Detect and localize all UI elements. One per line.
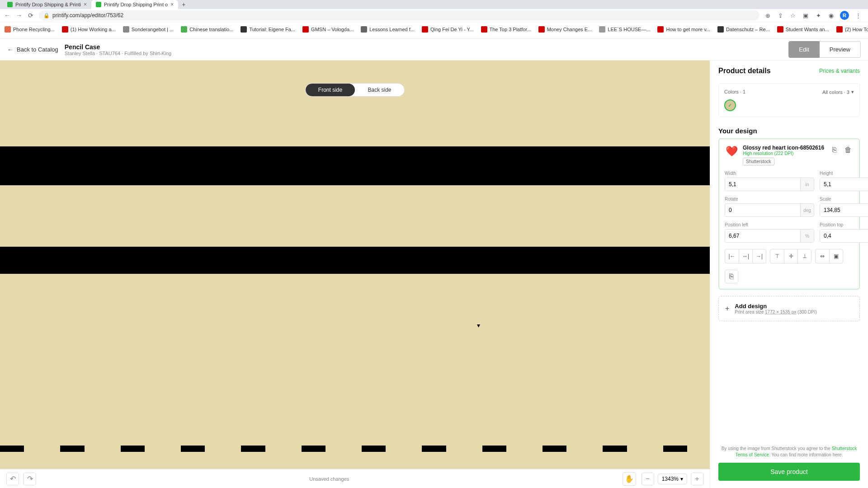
color-swatch[interactable]: ✓ xyxy=(724,99,736,111)
bookmark-bar: Phone Recycling...(1) How Working a...So… xyxy=(0,22,868,36)
preview-tab[interactable]: Preview xyxy=(820,41,861,58)
share-icon[interactable]: ⇪ xyxy=(777,12,784,19)
profile-avatar[interactable]: R xyxy=(840,11,849,20)
zoom-value: 1343% xyxy=(662,476,679,482)
scale-input[interactable] xyxy=(820,204,868,216)
back-side-tab[interactable]: Back side xyxy=(355,84,404,96)
puzzle-icon[interactable]: ✦ xyxy=(815,12,822,19)
front-side-tab[interactable]: Front side xyxy=(306,84,355,96)
align-center-h-icon[interactable]: ↔| xyxy=(739,249,752,263)
bookmark-item[interactable]: (2) How To Add A... xyxy=(836,26,868,33)
back-to-catalog-link[interactable]: ← Back to Catalog xyxy=(7,46,58,53)
url-text: printify.com/app/editor/753/62 xyxy=(52,12,123,19)
align-center-v-icon[interactable]: ✛ xyxy=(784,249,797,263)
forward-icon[interactable]: → xyxy=(15,12,23,19)
bookmark-item[interactable]: How to get more v... xyxy=(657,26,710,33)
terms-text: By using the image from Shutterstock you… xyxy=(718,446,860,458)
stripe-decoration xyxy=(0,247,710,274)
bookmark-label: GMSN – Vologda... xyxy=(311,27,354,32)
undo-button[interactable]: ↶ xyxy=(6,473,19,485)
favicon-icon xyxy=(96,2,101,7)
copy-icon[interactable]: ⎘ xyxy=(829,145,840,155)
zoom-out-button[interactable]: − xyxy=(642,473,654,485)
favicon-icon xyxy=(599,26,605,33)
extension-icon[interactable]: ◉ xyxy=(827,12,835,19)
product-subtitle: Stanley Stella · STAU764 · Fulfilled by … xyxy=(65,51,171,56)
favicon-icon xyxy=(123,26,129,33)
bookmark-item[interactable]: Lessons Learned f... xyxy=(361,26,415,33)
canvas-stage[interactable]: ▾ xyxy=(0,61,710,469)
favicon-icon xyxy=(302,26,309,33)
close-icon[interactable]: × xyxy=(84,1,87,8)
bookmark-label: Datenschutz – Re... xyxy=(726,27,770,32)
align-left-icon[interactable]: |← xyxy=(725,249,739,263)
all-colors-dropdown[interactable]: All colors · 3 ▾ xyxy=(822,89,854,95)
tab-bar: Printify Drop Shipping & Printi × Printi… xyxy=(0,0,868,9)
hand-tool-button[interactable]: ✋ xyxy=(623,472,636,486)
fit-width-icon[interactable]: ⇔ xyxy=(816,249,829,263)
extension-icon[interactable]: ▣ xyxy=(802,12,809,19)
add-design-button[interactable]: + Add design Print area size 1772 × 1535… xyxy=(718,296,860,321)
prices-variants-link[interactable]: Prices & variants xyxy=(819,68,860,74)
width-input[interactable] xyxy=(725,178,800,191)
bookmark-item[interactable]: (1) How Working a... xyxy=(62,26,116,33)
bookmark-item[interactable]: Chinese translatio... xyxy=(181,26,233,33)
rotate-input[interactable] xyxy=(725,204,800,216)
align-top-icon[interactable]: ⊤ xyxy=(770,249,784,263)
bookmark-item[interactable]: GMSN – Vologda... xyxy=(302,26,354,33)
translate-icon[interactable]: ⊕ xyxy=(764,12,771,19)
new-tab-button[interactable]: + xyxy=(178,0,189,9)
align-bottom-icon[interactable]: ⊥ xyxy=(797,249,811,263)
bookmark-label: How to get more v... xyxy=(666,27,710,32)
bookmark-label: Phone Recycling... xyxy=(13,27,55,32)
reload-icon[interactable]: ⟳ xyxy=(27,12,34,19)
fit-fill-icon[interactable]: ▣ xyxy=(829,249,843,263)
bookmark-item[interactable]: Qing Fei De Yi - Y... xyxy=(422,26,474,33)
favicon-icon xyxy=(181,26,187,33)
favicon-icon xyxy=(657,26,664,33)
add-design-title: Add design xyxy=(735,303,817,310)
trash-icon[interactable]: 🗑 xyxy=(843,145,854,155)
bookmark-label: Lessons Learned f... xyxy=(369,27,415,32)
bookmark-item[interactable]: Datenschutz – Re... xyxy=(717,26,770,33)
redo-button[interactable]: ↷ xyxy=(24,473,36,485)
browser-tab[interactable]: Printify Drop Shipping & Printi × xyxy=(3,0,91,9)
save-product-button[interactable]: Save product xyxy=(718,463,860,481)
height-input[interactable] xyxy=(820,178,868,191)
colors-label: Colors · 1 xyxy=(724,89,745,95)
close-icon[interactable]: × xyxy=(170,1,174,8)
url-box[interactable]: 🔒 printify.com/app/editor/753/62 xyxy=(39,10,760,20)
bookmark-item[interactable]: Phone Recycling... xyxy=(5,26,55,33)
favicon-icon xyxy=(241,26,247,33)
position-top-input[interactable] xyxy=(820,230,868,242)
arrow-left-icon: ← xyxy=(7,46,13,53)
bookmark-item[interactable]: Student Wants an... xyxy=(777,26,829,33)
bookmark-item[interactable]: Money Changes E... xyxy=(538,26,592,33)
bookmark-label: Money Changes E... xyxy=(547,27,592,32)
browser-tab[interactable]: Printify Drop Shipping Print o × xyxy=(91,0,178,9)
browser-chrome: Printify Drop Shipping & Printi × Printi… xyxy=(0,0,868,39)
lock-icon: 🔒 xyxy=(43,13,50,19)
back-icon[interactable]: ← xyxy=(4,12,11,19)
align-right-icon[interactable]: →| xyxy=(752,249,766,263)
duplicate-icon[interactable]: ⎘ xyxy=(725,270,738,283)
favicon-icon xyxy=(481,26,487,33)
favicon-icon xyxy=(5,26,11,33)
bookmark-item[interactable]: Sonderangebot | ... xyxy=(123,26,174,33)
bookmark-label: Sonderangebot | ... xyxy=(132,27,174,32)
scale-label: Scale xyxy=(820,197,868,202)
zoom-dropdown[interactable]: 1343% ▾ xyxy=(658,474,687,484)
side-toggle: Front side Back side xyxy=(305,83,405,97)
height-label: Height xyxy=(820,171,868,176)
bookmark-item[interactable]: LEE´S HOUSE—... xyxy=(599,26,650,33)
menu-icon[interactable]: ⋮ xyxy=(854,12,862,19)
bookmark-item[interactable]: Tutorial: Eigene Fa... xyxy=(241,26,295,33)
position-left-input[interactable] xyxy=(725,230,800,242)
rotate-label: Rotate xyxy=(725,197,814,202)
favicon-icon xyxy=(7,2,13,7)
edit-tab[interactable]: Edit xyxy=(788,41,819,58)
bookmark-item[interactable]: The Top 3 Platfor... xyxy=(481,26,531,33)
fit-group: ⇔ ▣ xyxy=(815,249,843,263)
zoom-in-button[interactable]: + xyxy=(691,473,703,485)
star-icon[interactable]: ☆ xyxy=(789,12,797,19)
